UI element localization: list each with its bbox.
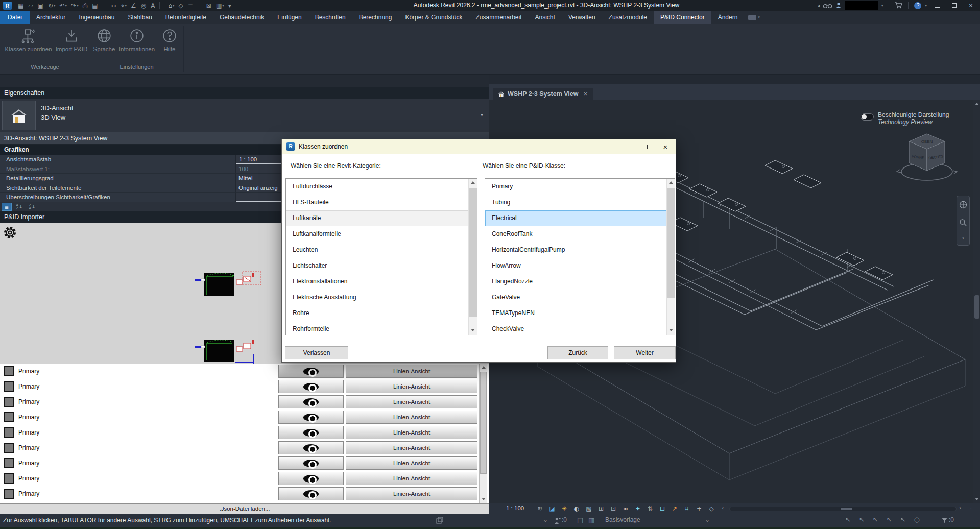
ribbon-tab[interactable]: Ansicht xyxy=(529,11,562,24)
class-list-item[interactable]: GateValve xyxy=(485,290,675,305)
class-list-item[interactable]: CheckValve xyxy=(485,321,675,335)
class-list-item[interactable]: HorizontalCentrifugalPump xyxy=(485,242,675,258)
dialog-minimize-button[interactable] xyxy=(614,139,635,154)
reveal-constraints-icon[interactable]: ⌗ xyxy=(681,505,693,512)
help-dropdown-icon[interactable]: ▾ xyxy=(925,4,927,8)
rendering-icon[interactable]: ▧ xyxy=(583,505,595,512)
tab-pid-connector[interactable]: P&ID Connector xyxy=(654,11,711,24)
modify-properties-icon[interactable]: ▦ xyxy=(16,1,26,11)
layer-color-swatch[interactable] xyxy=(4,427,14,438)
view-mode-button[interactable]: Linien-Ansicht xyxy=(346,441,477,454)
zoom-icon[interactable] xyxy=(959,219,967,227)
scroll-down-icon[interactable] xyxy=(667,326,675,334)
class-list-scrollbar[interactable] xyxy=(666,179,675,335)
visibility-toggle-button[interactable] xyxy=(278,411,344,424)
steering-wheel-icon[interactable] xyxy=(959,201,967,209)
view-mode-button[interactable]: Linien-Ansicht xyxy=(346,395,477,408)
section-box-icon[interactable]: ◇ xyxy=(705,505,718,512)
sort-custom-button[interactable]: ≣ xyxy=(2,203,12,211)
category-list-item[interactable]: Rohrformteile xyxy=(286,321,476,335)
layer-color-swatch[interactable] xyxy=(4,489,14,499)
class-list-item[interactable]: Primary xyxy=(485,179,675,195)
search-binoculars-icon[interactable] xyxy=(823,3,832,9)
ribbon-display-toggle[interactable]: ▾ xyxy=(744,11,764,24)
crop-view-icon[interactable]: ⊞ xyxy=(595,505,607,512)
ribbon-tab[interactable]: Stahlbau xyxy=(121,11,158,24)
workset-person-icon[interactable] xyxy=(554,517,561,524)
selection-options-icon[interactable]: ◌ xyxy=(914,516,920,523)
class-list-item[interactable]: Tubing xyxy=(485,195,675,210)
collapse-worksets-icon[interactable]: ⌄ xyxy=(543,516,548,523)
back-button[interactable]: Zurück xyxy=(547,346,608,359)
close-button[interactable]: × xyxy=(964,2,977,9)
scroll-down-icon[interactable] xyxy=(469,326,477,334)
horizontal-scrollbar[interactable] xyxy=(729,507,957,511)
show-crop-region-icon[interactable]: ⊡ xyxy=(607,505,619,512)
redo-icon[interactable]: ↷▾ xyxy=(69,1,81,11)
category-list-item[interactable]: Luftkanäle xyxy=(286,210,476,226)
angle-dimension-icon[interactable]: ∠ xyxy=(129,1,139,11)
section-icon[interactable]: ◇ xyxy=(177,1,186,11)
view-mode-button[interactable]: Linien-Ansicht xyxy=(346,411,477,424)
ribbon-tab[interactable]: Architektur xyxy=(30,11,72,24)
design-option-label[interactable]: Basisvorlage xyxy=(605,516,640,523)
customize-qat-icon[interactable]: ▾ xyxy=(226,1,234,11)
next-button[interactable]: Weiter xyxy=(614,346,676,359)
account-dropdown-icon[interactable]: ▾ xyxy=(881,4,883,8)
view-mode-button[interactable]: Linien-Ansicht xyxy=(346,456,477,470)
tab-datei[interactable]: Datei xyxy=(0,11,30,24)
tag-icon[interactable]: ⌖▾ xyxy=(119,1,129,11)
tag-by-category-icon[interactable]: ◎ xyxy=(139,1,149,11)
category-list-item[interactable]: Elektrische Ausstattung xyxy=(286,290,476,305)
sort-descending-button[interactable]: ZA↓ xyxy=(27,203,37,211)
displace-elements-icon[interactable]: ↗ xyxy=(668,505,681,512)
reveal-hidden-elements-icon[interactable]: ✦ xyxy=(632,505,644,512)
help-icon[interactable]: ? xyxy=(914,2,921,9)
toggle-switch[interactable] xyxy=(861,113,874,121)
view-scale-button[interactable]: 1 : 100 xyxy=(506,505,524,511)
scroll-down-icon[interactable] xyxy=(973,495,980,503)
layer-color-swatch[interactable] xyxy=(4,381,14,392)
ribbon-tab[interactable]: Beschriften xyxy=(308,11,352,24)
user-name-redacted[interactable] xyxy=(845,1,878,10)
view-mode-button[interactable]: Linien-Ansicht xyxy=(346,426,477,439)
revit-logo-icon[interactable]: R xyxy=(3,2,12,10)
sun-path-icon[interactable]: ☀ xyxy=(558,505,570,512)
properties-palette-header[interactable]: Eigenschaften xyxy=(0,87,489,99)
class-list-item[interactable]: Electrical xyxy=(485,210,675,226)
ribbon-tab[interactable]: Zusatzmodule xyxy=(602,11,654,24)
ribbon-help-button[interactable]: Hilfe xyxy=(159,28,180,52)
panel-label-einstellungen[interactable]: Einstellungen xyxy=(90,63,183,71)
ribbon-tab[interactable]: Einfügen xyxy=(271,11,308,24)
class-list-item[interactable]: FlangedNozzle xyxy=(485,274,675,290)
category-list-item[interactable]: Leuchten xyxy=(286,242,476,258)
collapse-controls-icon[interactable]: ‹ xyxy=(722,504,724,511)
visual-style-icon[interactable]: ◪ xyxy=(546,505,558,512)
sync-with-central-icon[interactable]: ↻▾ xyxy=(46,1,58,11)
import-pid-button[interactable]: Import P&ID xyxy=(54,28,89,52)
select-links-icon[interactable]: ↖ xyxy=(845,516,851,523)
load-json-button[interactable]: .Json-Datei laden... xyxy=(0,503,489,514)
filter-icon[interactable] xyxy=(941,517,948,524)
importer-settings-gear-icon[interactable] xyxy=(3,226,17,242)
ribbon-tab[interactable]: Zusammenarbeit xyxy=(469,11,528,24)
view-mode-button[interactable]: Linien-Ansicht xyxy=(346,365,477,378)
navigation-bar[interactable]: ▾ xyxy=(957,196,970,246)
type-selector-dropdown-icon[interactable]: ▾ xyxy=(481,112,483,117)
scroll-up-icon[interactable] xyxy=(973,100,980,108)
ribbon-tab[interactable]: Gebäudetechnik xyxy=(213,11,271,24)
options-dropdown-icon[interactable]: ⌄ xyxy=(705,516,710,523)
sort-ascending-button[interactable]: AZ↓ xyxy=(14,203,25,211)
category-list-item[interactable]: HLS-Bauteile xyxy=(286,195,476,210)
close-view-icon[interactable]: × xyxy=(583,90,588,98)
category-list-item[interactable]: Lichtschalter xyxy=(286,258,476,274)
class-list-item[interactable]: FlowArrow xyxy=(485,258,675,274)
thin-lines-icon[interactable]: ≋ xyxy=(534,505,546,512)
category-list-item[interactable]: Elektroinstallationen xyxy=(286,274,476,290)
navbar-dropdown-icon[interactable]: ▾ xyxy=(962,236,964,241)
category-list-item[interactable]: Luftkanalformteile xyxy=(286,226,476,242)
default-3d-view-icon[interactable]: ⌂▾ xyxy=(166,1,176,11)
ribbon-tab[interactable]: Ingenieurbau xyxy=(72,11,121,24)
select-pinned-icon[interactable]: ↖ xyxy=(873,516,878,523)
class-list-item[interactable]: ConeRoofTank xyxy=(485,226,675,242)
